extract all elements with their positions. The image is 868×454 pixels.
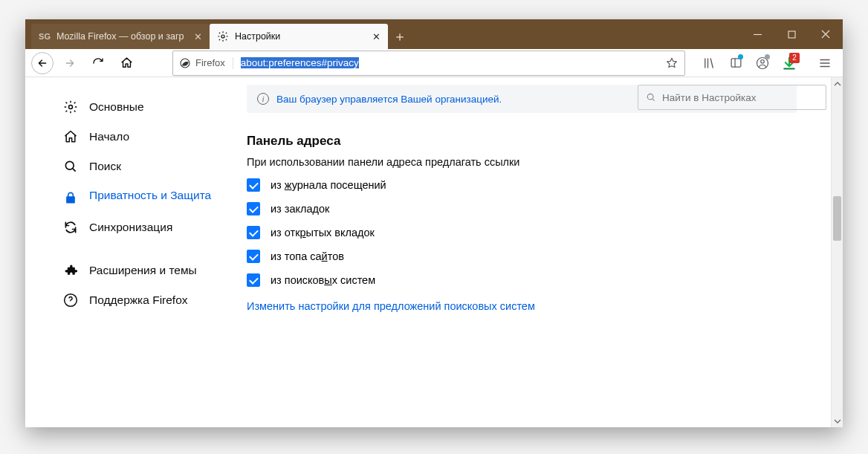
download-count-badge: 2 bbox=[789, 53, 800, 63]
nav-back-button[interactable] bbox=[31, 52, 54, 74]
sidebar-item-label: Синхронизация bbox=[89, 221, 172, 234]
notification-dot-icon bbox=[738, 54, 743, 59]
checkbox-checked-icon[interactable] bbox=[247, 178, 260, 192]
firefox-logo-icon bbox=[179, 57, 191, 69]
svg-rect-3 bbox=[731, 59, 741, 67]
search-placeholder: Найти в Настройках bbox=[662, 92, 756, 103]
info-icon: i bbox=[257, 93, 269, 105]
nav-reload-button[interactable] bbox=[86, 51, 110, 75]
favicon-generic-icon: SG bbox=[39, 30, 51, 42]
sidebar-item-home[interactable]: Начало bbox=[58, 122, 230, 152]
home-icon bbox=[62, 129, 79, 145]
banner-text: Ваш браузер управляется Вашей организаци… bbox=[276, 94, 502, 105]
gear-icon bbox=[62, 99, 79, 115]
nav-forward-button[interactable] bbox=[58, 51, 82, 75]
scroll-thumb[interactable] bbox=[833, 196, 841, 241]
sidebar-item-sync[interactable]: Синхронизация bbox=[58, 213, 230, 242]
downloads-button[interactable]: 2 bbox=[777, 51, 801, 75]
sync-icon bbox=[62, 219, 79, 236]
titlebar: SG Mozilla Firefox — обзор и загр ✕ Наст… bbox=[25, 19, 843, 49]
preferences-sidebar: Основные Начало Поиск Приватность и Защи… bbox=[25, 77, 244, 427]
search-icon bbox=[62, 158, 79, 175]
section-title: Панель адреса bbox=[247, 134, 797, 149]
option-top-sites[interactable]: из топа сайтов bbox=[247, 250, 797, 263]
change-search-suggestions-link[interactable]: Изменить настройки для предложений поиск… bbox=[247, 300, 535, 312]
app-menu-button[interactable] bbox=[813, 51, 837, 75]
sidebar-item-label: Основные bbox=[89, 100, 144, 114]
option-label: из открытых вкладок bbox=[271, 227, 375, 239]
sidebar-toggle-button[interactable] bbox=[724, 51, 748, 75]
identity-box[interactable]: Firefox bbox=[179, 57, 233, 69]
vertical-scrollbar[interactable] bbox=[831, 77, 843, 427]
option-label: из топа сайтов bbox=[271, 250, 344, 262]
preferences-search-input[interactable]: Найти в Настройках bbox=[638, 85, 826, 110]
nav-home-button[interactable] bbox=[114, 51, 138, 75]
library-button[interactable] bbox=[697, 51, 721, 75]
tab-close-icon[interactable]: ✕ bbox=[192, 30, 204, 42]
sidebar-item-label: Поиск bbox=[89, 160, 121, 173]
tab-close-icon[interactable]: ✕ bbox=[370, 30, 382, 42]
option-label: из закладок bbox=[271, 203, 329, 215]
section-subtitle: При использовании панели адреса предлага… bbox=[247, 156, 797, 168]
search-icon bbox=[646, 92, 656, 103]
svg-point-8 bbox=[65, 161, 74, 169]
option-history[interactable]: из журнала посещений bbox=[247, 178, 797, 192]
svg-point-7 bbox=[69, 106, 73, 109]
preferences-content: Найти в Настройках Основные Начало Поиск bbox=[25, 77, 843, 427]
notification-dot-icon bbox=[765, 54, 770, 59]
settings-favicon-icon bbox=[217, 30, 229, 42]
sidebar-item-search[interactable]: Поиск bbox=[58, 152, 230, 181]
svg-point-0 bbox=[221, 35, 224, 38]
tab-active[interactable]: Настройки ✕ bbox=[210, 24, 388, 49]
sidebar-item-extensions[interactable]: Расширения и темы bbox=[58, 256, 230, 285]
toolbar-right: 2 bbox=[697, 51, 837, 75]
tab-title: Настройки bbox=[235, 31, 364, 42]
preferences-main: i Ваш браузер управляется Вашей организа… bbox=[244, 77, 809, 427]
option-label: из журнала посещений bbox=[271, 179, 386, 191]
sidebar-item-label: Поддержка Firefox bbox=[89, 294, 188, 307]
puzzle-icon bbox=[62, 262, 79, 279]
browser-window: SG Mozilla Firefox — обзор и загр ✕ Наст… bbox=[25, 19, 843, 427]
checkbox-checked-icon[interactable] bbox=[247, 202, 260, 215]
option-bookmarks[interactable]: из закладок bbox=[247, 202, 797, 215]
identity-label: Firefox bbox=[195, 57, 225, 68]
checkbox-checked-icon[interactable] bbox=[247, 250, 260, 263]
lock-icon bbox=[62, 189, 79, 206]
option-search-engines[interactable]: из поисковых систем bbox=[247, 273, 797, 287]
url-bar[interactable]: Firefox about:preferences#privacy bbox=[172, 51, 685, 76]
tab-strip: SG Mozilla Firefox — обзор и загр ✕ Наст… bbox=[31, 24, 412, 49]
sidebar-item-label: Расширения и темы bbox=[89, 264, 197, 277]
window-minimize-button[interactable] bbox=[740, 19, 774, 49]
svg-rect-1 bbox=[788, 31, 795, 38]
account-button[interactable] bbox=[751, 51, 774, 75]
checkbox-checked-icon[interactable] bbox=[247, 273, 260, 287]
svg-point-6 bbox=[647, 94, 653, 100]
window-close-button[interactable] bbox=[809, 19, 843, 49]
sidebar-item-general[interactable]: Основные bbox=[58, 92, 230, 122]
scroll-down-button[interactable] bbox=[832, 415, 843, 427]
option-open-tabs[interactable]: из открытых вкладок bbox=[247, 226, 797, 239]
sidebar-item-privacy[interactable]: Приватность и Защита bbox=[58, 181, 230, 213]
sidebar-item-label: Начало bbox=[89, 130, 129, 143]
new-tab-button[interactable]: ＋ bbox=[388, 24, 412, 49]
option-label: из поисковых систем bbox=[271, 274, 375, 286]
scroll-up-button[interactable] bbox=[832, 77, 843, 90]
window-maximize-button[interactable] bbox=[774, 19, 809, 49]
help-icon bbox=[62, 292, 79, 308]
sidebar-item-support[interactable]: Поддержка Firefox bbox=[58, 285, 230, 315]
tab-inactive[interactable]: SG Mozilla Firefox — обзор и загр ✕ bbox=[31, 24, 210, 49]
window-controls bbox=[740, 19, 843, 49]
url-text[interactable]: about:preferences#privacy bbox=[233, 57, 665, 68]
tab-title: Mozilla Firefox — обзор и загр bbox=[56, 31, 186, 42]
checkbox-checked-icon[interactable] bbox=[247, 226, 260, 239]
bookmark-star-icon[interactable] bbox=[665, 56, 678, 70]
svg-point-5 bbox=[761, 59, 765, 63]
sidebar-item-label: Приватность и Защита bbox=[89, 188, 211, 204]
navigation-toolbar: Firefox about:preferences#privacy 2 bbox=[25, 49, 843, 77]
